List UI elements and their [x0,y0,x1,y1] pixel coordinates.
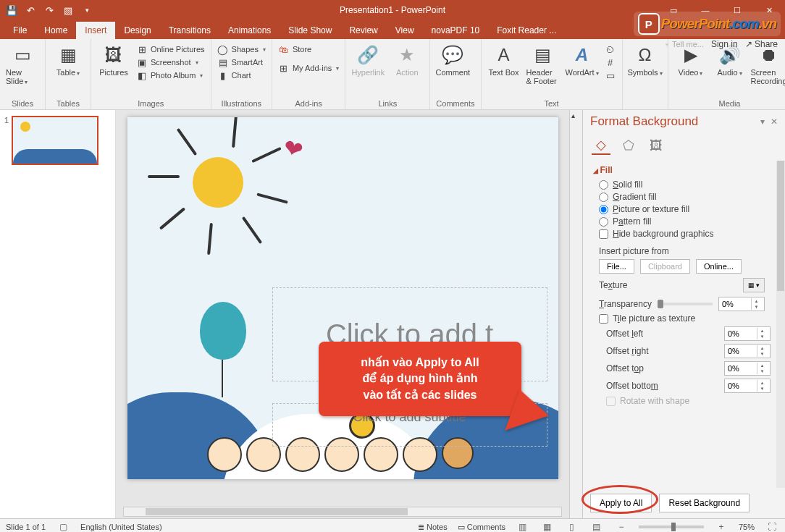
texture-picker[interactable]: ▦ ▾ [743,278,765,292]
notes-button[interactable]: ≣ Notes [418,523,448,532]
logo-text-3: .vn [759,16,776,31]
solid-fill-radio[interactable]: Solid fill [599,180,781,190]
brand-logo: P PowerPoint.com.vn [634,12,781,36]
transparency-slider[interactable] [658,303,713,305]
tab-file[interactable]: File [4,22,35,39]
format-background-pane: Format Background ▾✕ ◇ ⬠ 🖼 Fill Solid fi… [582,110,785,518]
vertical-scrollbar[interactable]: ▴ [569,110,582,518]
screenshot-button[interactable]: ▣Screenshot▾ [136,56,205,68]
pane-close-icon[interactable]: ✕ [771,117,778,127]
group-addins: Add-ins [278,99,339,108]
comments-button[interactable]: ▭ Comments [458,523,505,532]
start-show-icon[interactable]: ▧ [61,3,75,17]
slide-number: 1 [4,116,9,124]
online-pictures-button[interactable]: ⊞Online Pictures [136,43,205,55]
transparency-spinner[interactable]: ▲▼ [718,297,765,311]
sun-ray [148,175,180,178]
picture-tab-icon[interactable]: 🖼 [647,136,666,155]
photo-album-button[interactable]: ◧Photo Album▾ [136,69,205,81]
tab-slideshow[interactable]: Slide Show [280,22,340,39]
fill-section[interactable]: Fill [593,165,781,175]
wordart-icon: A [571,43,594,67]
online-button[interactable]: Online... [696,259,742,274]
date-time-button[interactable]: ⏲ [605,43,616,55]
store-icon: 🛍 [278,43,290,55]
pane-scrollbar[interactable] [776,161,785,488]
zoom-value[interactable]: 75% [739,523,755,531]
pane-options-icon[interactable]: ▾ [760,117,765,127]
apply-to-all-button[interactable]: Apply to All [590,494,652,512]
effects-tab-icon[interactable]: ⬠ [619,136,638,155]
fit-window-icon[interactable]: ⛶ [765,522,779,532]
wordart-button[interactable]: AWordArt▾ [566,42,599,77]
shapes-icon: ◯ [217,43,229,55]
picture-fill-radio[interactable]: Picture or texture fill [599,204,781,214]
slide[interactable]: ❤ Click to add t Click to [127,117,558,479]
tab-design[interactable]: Design [115,22,159,39]
my-addins-button[interactable]: ⊞My Add-ins▾ [278,62,339,74]
undo-icon[interactable]: ↶ [23,3,38,17]
reset-background-button[interactable]: Reset Background [659,494,750,512]
tab-insert[interactable]: Insert [76,22,115,39]
tab-view[interactable]: View [387,22,423,39]
zoom-in-icon[interactable]: + [714,522,729,532]
table-button[interactable]: ▦ Table▾ [51,42,85,77]
tab-transitions[interactable]: Transitions [160,22,219,39]
slide-thumbnail-1[interactable] [12,116,98,165]
shapes-button[interactable]: ◯Shapes▾ [217,43,266,55]
qat-more-icon[interactable]: ▾ [80,3,94,17]
slide-counter: Slide 1 of 1 [6,523,46,531]
horizontal-scrollbar[interactable] [123,507,562,517]
store-button[interactable]: 🛍Store [278,43,339,55]
sun-ray [207,223,213,255]
group-comments: Comments [436,99,474,108]
textbox-button[interactable]: AText Box [487,42,521,77]
normal-view-icon[interactable]: ▥ [516,522,530,532]
offset-top-spinner[interactable]: ▲▼ [724,361,771,376]
tile-checkbox[interactable]: Tile picture as texture [599,313,781,324]
gradient-fill-radio[interactable]: Gradient fill [599,192,781,202]
reading-view-icon[interactable]: ▯ [565,522,579,532]
save-icon[interactable]: 💾 [4,3,19,17]
clipboard-button: Clipboard [640,259,690,274]
symbols-button[interactable]: ΩSymbols▾ [629,42,662,77]
share-button[interactable]: ↗ Share [745,39,778,49]
tab-animations[interactable]: Animations [219,22,280,39]
tab-home[interactable]: Home [35,22,76,39]
tell-me[interactable]: ♀ Tell me... [664,40,704,48]
chart-button[interactable]: ▮Chart [217,69,266,81]
pictures-icon: 🖼 [102,43,125,67]
offset-right-spinner[interactable]: ▲▼ [724,344,771,358]
tab-novapdf[interactable]: novaPDF 10 [423,22,489,39]
zoom-out-icon[interactable]: − [614,522,629,532]
pattern-fill-radio[interactable]: Pattern fill [599,216,781,227]
comment-button[interactable]: 💬Comment [436,42,469,77]
fill-tab-icon[interactable]: ◇ [592,136,610,155]
symbols-icon: Ω [634,43,657,67]
pictures-button[interactable]: 🖼 Pictures [97,42,130,77]
new-slide-button[interactable]: ▭ New Slide▾ [6,42,39,85]
group-illustrations: Illustrations [217,99,266,108]
language-status[interactable]: English (United States) [80,523,162,531]
slideshow-view-icon[interactable]: ▤ [589,522,604,532]
sorter-view-icon[interactable]: ▦ [540,522,555,532]
slide-thumbnail-panel[interactable]: 1 [0,110,116,518]
new-slide-icon: ▭ [11,43,34,67]
slide-canvas-area[interactable]: ❤ Click to add t Click to [116,110,569,518]
file-button[interactable]: File... [599,259,634,274]
slide-number-button[interactable]: # [605,56,616,68]
offset-bottom-spinner[interactable]: ▲▼ [724,379,771,393]
window-title: Presentation1 - PowerPoint [340,5,445,15]
smartart-button[interactable]: ▤SmartArt [217,56,266,68]
object-button[interactable]: ▭ [605,69,616,81]
offset-left-spinner[interactable]: ▲▼ [724,326,771,341]
tab-review[interactable]: Review [340,22,386,39]
zoom-slider[interactable] [639,525,704,528]
header-footer-button[interactable]: ▤Header & Footer [526,42,560,85]
redo-icon[interactable]: ↷ [42,3,56,17]
sun-ray [241,216,262,244]
signin-link[interactable]: Sign in [711,39,738,49]
spellcheck-icon[interactable]: ▢ [56,522,70,532]
tab-foxit[interactable]: Foxit Reader ... [488,22,565,39]
hide-bg-checkbox[interactable]: Hide background graphics [599,229,781,239]
